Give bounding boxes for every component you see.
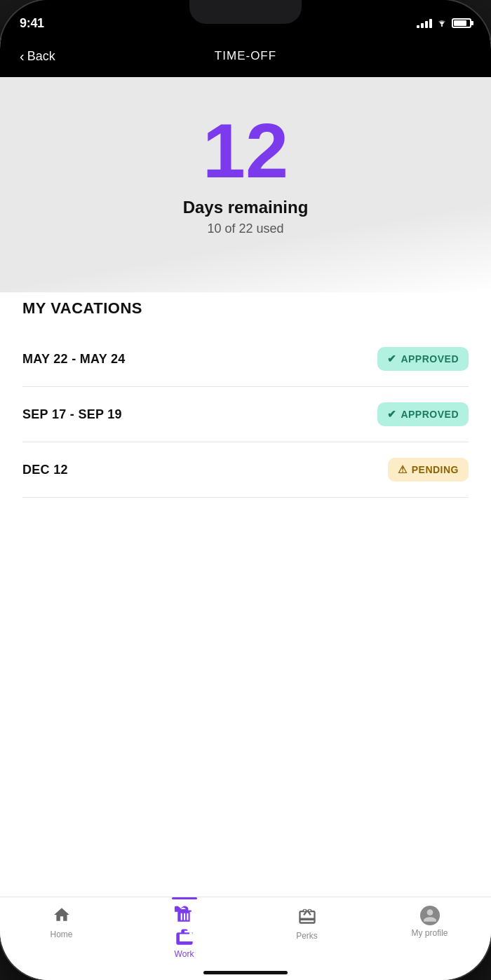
tab-bar: Home Work — [0, 897, 491, 980]
tab-home[interactable]: Home — [0, 906, 123, 939]
approved-icon: ✔ — [387, 408, 397, 421]
pending-icon: ⚠ — [398, 463, 408, 476]
battery-icon — [452, 18, 471, 28]
days-used-label: 10 of 22 used — [28, 222, 463, 236]
vacation-date: SEP 17 - SEP 19 — [22, 407, 122, 422]
notch — [189, 0, 302, 24]
wifi-icon — [436, 18, 448, 29]
screen: ‹ Back TIME-OFF 12 Days remaining 10 of … — [0, 38, 491, 980]
nav-title: TIME-OFF — [215, 49, 276, 63]
status-time: 9:41 — [20, 16, 44, 31]
vacation-item: DEC 12 ⚠ PENDING — [22, 442, 469, 498]
perks-icon — [297, 906, 317, 928]
status-badge-approved: ✔ APPROVED — [377, 402, 469, 426]
home-icon — [53, 906, 71, 927]
pending-label: PENDING — [412, 464, 459, 475]
svg-point-0 — [441, 25, 443, 27]
hero-section: 12 Days remaining 10 of 22 used — [0, 77, 491, 292]
tab-home-label: Home — [50, 930, 72, 939]
tab-profile-label: My profile — [411, 928, 448, 938]
days-remaining-label: Days remaining — [28, 198, 463, 217]
work-icon — [175, 906, 194, 946]
phone-frame: 9:41 — [0, 0, 491, 980]
profile-avatar — [420, 906, 440, 925]
tab-work[interactable]: Work — [123, 906, 246, 959]
days-remaining-number: 12 — [28, 112, 463, 189]
vacation-list: MAY 22 - MAY 24 ✔ APPROVED SEP 17 - SEP … — [0, 332, 491, 498]
back-label: Back — [27, 49, 55, 64]
nav-bar: ‹ Back TIME-OFF — [0, 38, 491, 77]
signal-bars-icon — [417, 18, 432, 28]
back-button[interactable]: ‹ Back — [20, 48, 55, 64]
approved-label: APPROVED — [401, 353, 459, 365]
vacation-item: SEP 17 - SEP 19 ✔ APPROVED — [22, 387, 469, 442]
vacation-date: MAY 22 - MAY 24 — [22, 352, 126, 367]
status-badge-pending: ⚠ PENDING — [388, 458, 469, 482]
approved-label: APPROVED — [401, 409, 459, 420]
status-badge-approved: ✔ APPROVED — [377, 347, 469, 371]
home-indicator — [203, 971, 288, 974]
vacation-date: DEC 12 — [22, 463, 68, 477]
vacation-item: MAY 22 - MAY 24 ✔ APPROVED — [22, 332, 469, 387]
back-chevron-icon: ‹ — [20, 48, 25, 64]
status-icons — [417, 18, 471, 29]
main-content: MY VACATIONS MAY 22 - MAY 24 ✔ APPROVED … — [0, 271, 491, 897]
tab-perks-label: Perks — [296, 931, 318, 941]
tab-perks[interactable]: Perks — [246, 906, 368, 941]
approved-icon: ✔ — [387, 353, 397, 365]
tab-profile[interactable]: My profile — [368, 906, 491, 938]
tab-work-label: Work — [175, 949, 194, 959]
